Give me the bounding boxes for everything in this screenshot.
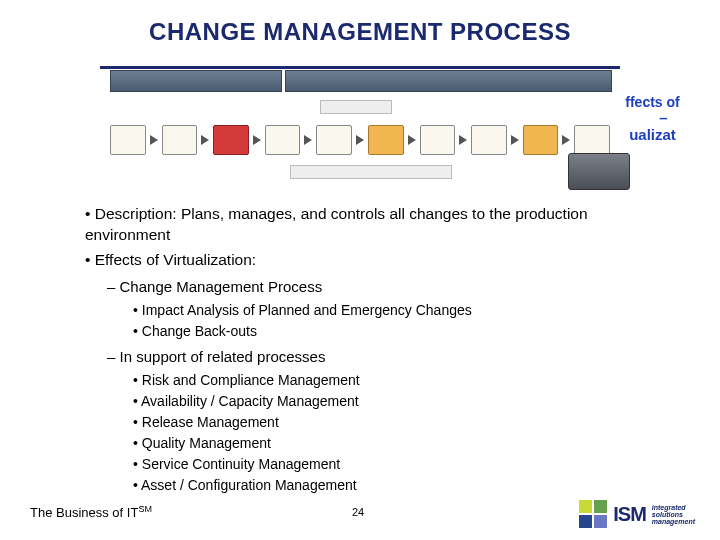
logo-acronym: ISM [613,503,646,526]
list-item: Asset / Configuration Management [133,476,670,495]
list-item: Availability / Capacity Management [133,392,670,411]
flow-row [110,125,610,155]
arrow-right-icon [253,135,261,145]
arrow-right-icon [562,135,570,145]
virt-tag-line1: ffects of [625,94,679,110]
flow-step [162,125,198,155]
flow-step-decision [368,125,404,155]
title-underline [100,66,620,69]
logo-cell [579,500,592,513]
flow-step [574,125,610,155]
list-item: Change Back-outs [133,322,670,341]
arrow-right-icon [356,135,364,145]
arrow-right-icon [304,135,312,145]
logo-grid-icon [579,500,607,528]
list-item: Quality Management [133,434,670,453]
arrow-right-icon [459,135,467,145]
bullet-description: Description: Plans, manages, and control… [85,204,670,246]
flow-step [316,125,352,155]
list-item: Impact Analysis of Planned and Emergency… [133,301,670,320]
arrow-right-icon [408,135,416,145]
logo-word: integrated [652,504,695,511]
phase-strategic-bar [110,70,282,92]
arrow-right-icon [201,135,209,145]
body-text: Description: Plans, manages, and control… [85,200,670,496]
phase-operational-bar [285,70,612,92]
company-logo: ISM integrated solutions management [579,500,695,528]
footer-tagline-text: The Business of IT [30,505,138,520]
sub-change-process: Change Management Process [107,277,670,297]
flow-step-decision [523,125,559,155]
flow-step [110,125,146,155]
logo-fullname: integrated solutions management [652,504,695,525]
flow-step [265,125,301,155]
list-item: Risk and Compliance Management [133,371,670,390]
logo-word: solutions [652,511,695,518]
flow-annotation-top [320,100,392,114]
arrow-right-icon [511,135,519,145]
flow-step [420,125,456,155]
footer-tagline: The Business of ITSM [30,504,152,520]
bullet-effects: Effects of Virtualization: [85,250,670,271]
logo-word: management [652,518,695,525]
virtualization-tag: ffects of ualizat [620,95,685,143]
process-flowchart [110,70,610,190]
logo-cell [594,500,607,513]
sub-related-processes: In support of related processes [107,347,670,367]
flow-step [471,125,507,155]
list-item: Release Management [133,413,670,432]
logo-cell [594,515,607,528]
flow-step-highlight [213,125,249,155]
server-stack-icon [568,153,630,190]
list-item: Service Continuity Management [133,455,670,474]
arrow-right-icon [150,135,158,145]
page-number: 24 [352,506,364,518]
logo-cell [579,515,592,528]
flow-annotation-bottom [290,165,452,179]
page-title: CHANGE MANAGEMENT PROCESS [0,0,720,46]
footer-trademark: SM [138,504,152,514]
virt-tag-line2: ualizat [629,109,676,143]
